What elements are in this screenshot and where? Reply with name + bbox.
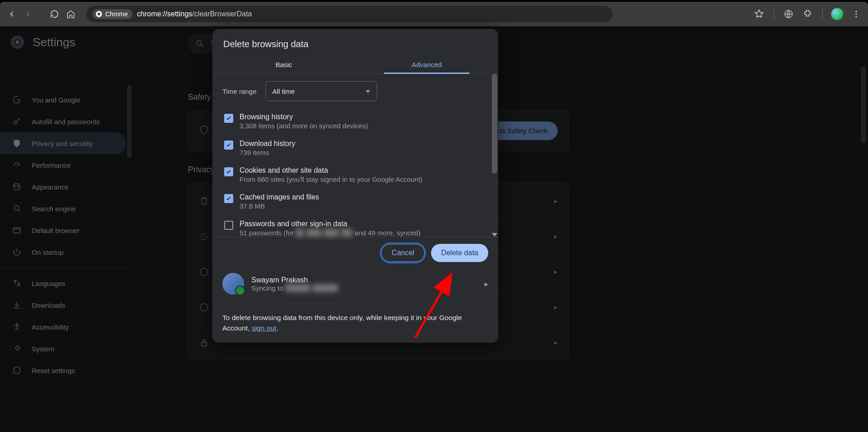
profile-sync-status: Syncing to xxxxxxx xxxxxxx: [251, 284, 338, 292]
dialog-title: Delete browsing data: [212, 29, 498, 56]
delete-data-button[interactable]: Delete data: [431, 244, 488, 262]
option-title: Browsing history: [240, 113, 368, 121]
address-bar[interactable]: Chrome chrome://settings/clearBrowserDat…: [86, 6, 613, 22]
home-button[interactable]: [64, 8, 77, 20]
site-chip-label: Chrome: [105, 10, 128, 18]
svg-point-5: [855, 16, 857, 17]
forward-button[interactable]: [22, 8, 34, 20]
chevron-right-icon: ▸: [485, 280, 488, 288]
site-chip[interactable]: Chrome: [93, 9, 132, 19]
profile-avatar[interactable]: [831, 8, 843, 20]
dialog-body: Time range All time Browsing history3,30…: [212, 74, 498, 237]
back-button[interactable]: [5, 8, 18, 20]
profile-row[interactable]: Swayam Prakash Syncing to xxxxxxx xxxxxx…: [222, 271, 488, 301]
option-row: Download history739 items: [222, 136, 488, 163]
dialog-footer-note: To delete browsing data from this device…: [222, 304, 488, 343]
toolbar-divider: [774, 9, 774, 19]
menu-icon[interactable]: [850, 8, 863, 20]
bookmark-star-icon[interactable]: [753, 8, 765, 20]
dialog-scrollbar[interactable]: [492, 74, 497, 174]
chrome-icon: [95, 10, 103, 18]
time-range-value: All time: [272, 87, 294, 95]
profile-name: Swayam Prakash: [251, 276, 338, 284]
tab-basic[interactable]: Basic: [212, 56, 355, 73]
option-subtitle: From 660 sites (you'll stay signed in to…: [240, 175, 422, 183]
tab-advanced[interactable]: Advanced: [355, 56, 498, 73]
option-title: Cookies and other site data: [240, 166, 422, 175]
option-subtitle: 37.8 MB: [240, 202, 319, 210]
option-subtitle: 739 items: [240, 149, 295, 156]
svg-point-3: [855, 11, 857, 12]
extensions-icon[interactable]: [801, 8, 814, 20]
checkbox[interactable]: [224, 114, 233, 123]
option-title: Cached images and files: [240, 193, 319, 201]
option-title: Passwords and other sign-in data: [240, 220, 421, 228]
globe-icon[interactable]: [782, 8, 795, 20]
scroll-down-arrow-icon[interactable]: [492, 233, 497, 237]
option-row: Cached images and files37.8 MB: [222, 189, 488, 216]
time-range-select[interactable]: All time: [265, 81, 377, 101]
browser-toolbar: Chrome chrome://settings/clearBrowserDat…: [0, 2, 868, 26]
profile-avatar-icon: [222, 273, 244, 295]
clear-browsing-data-dialog: Delete browsing data Basic Advanced Time…: [212, 29, 498, 343]
sign-out-link[interactable]: sign out: [252, 324, 276, 332]
checkbox[interactable]: [224, 167, 233, 176]
svg-point-4: [855, 13, 857, 15]
option-row: Cookies and other site dataFrom 660 site…: [222, 163, 488, 189]
option-row: Browsing history3,308 items (and more on…: [222, 109, 488, 136]
checkbox[interactable]: [224, 194, 233, 203]
option-subtitle: 51 passwords (for xx xxxx xxxx xxx and 4…: [240, 229, 421, 237]
time-range-label: Time range: [222, 87, 256, 95]
dropdown-arrow-icon: [366, 87, 370, 95]
url-text: chrome://settings/clearBrowserData: [137, 10, 252, 18]
reload-button[interactable]: [48, 8, 61, 20]
toolbar-divider: [822, 9, 823, 19]
checkbox[interactable]: [224, 141, 233, 150]
svg-point-1: [98, 13, 100, 15]
checkbox[interactable]: [224, 221, 233, 230]
option-title: Download history: [240, 140, 295, 148]
option-subtitle: 3,308 items (and more on synced devices): [240, 122, 368, 130]
dialog-actions: Cancel Delete data: [212, 237, 498, 271]
dialog-tabs: Basic Advanced: [212, 56, 498, 74]
cancel-button[interactable]: Cancel: [381, 244, 425, 262]
